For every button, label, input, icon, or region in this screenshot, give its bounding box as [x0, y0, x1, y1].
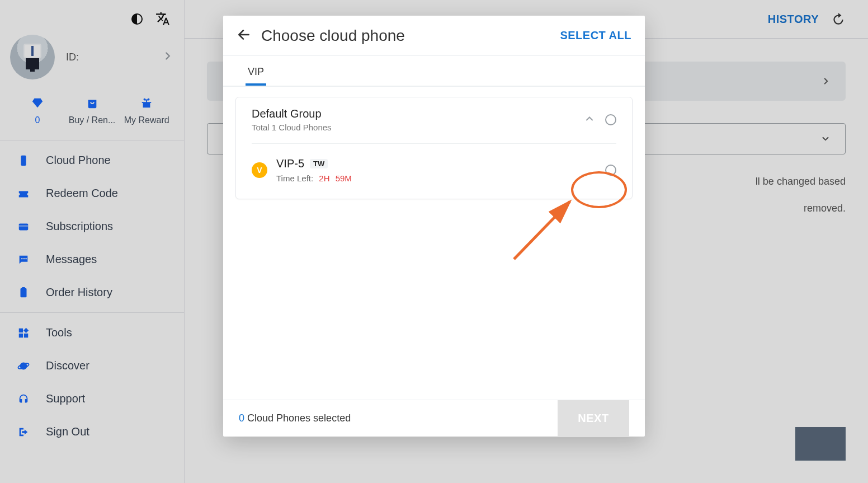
svg-line-19: [514, 201, 570, 259]
region-tag: TW: [310, 159, 328, 168]
phone-row[interactable]: V VIP-5 TW Time Left: 2H 59M: [236, 144, 632, 199]
group-name: Default Group: [252, 107, 332, 120]
time-minutes: 59M: [336, 173, 352, 183]
phone-select-radio[interactable]: [605, 165, 616, 176]
vip-badge-icon: V: [252, 162, 267, 178]
next-button[interactable]: NEXT: [558, 400, 629, 437]
group-count: Total 1 Cloud Phones: [252, 123, 332, 132]
time-left-label: Time Left:: [276, 173, 313, 183]
back-arrow-icon[interactable]: [237, 27, 251, 44]
choose-cloud-phone-modal: Choose cloud phone SELECT ALL VIP Defaul…: [223, 16, 645, 437]
select-all-button[interactable]: SELECT ALL: [560, 29, 631, 42]
time-hours: 2H: [319, 173, 329, 183]
selected-count: 0 Cloud Phones selected: [239, 412, 351, 424]
group-select-radio[interactable]: [605, 114, 616, 125]
phone-name: VIP-5: [276, 157, 304, 170]
chevron-up-icon[interactable]: [584, 113, 595, 126]
tab-vip[interactable]: VIP: [246, 62, 266, 86]
app-root: ID: 0 Buy / Ren... My Reward Cloud Phone…: [0, 0, 868, 483]
group-card: Default Group Total 1 Cloud Phones V VIP…: [235, 97, 633, 199]
modal-title: Choose cloud phone: [261, 27, 405, 45]
